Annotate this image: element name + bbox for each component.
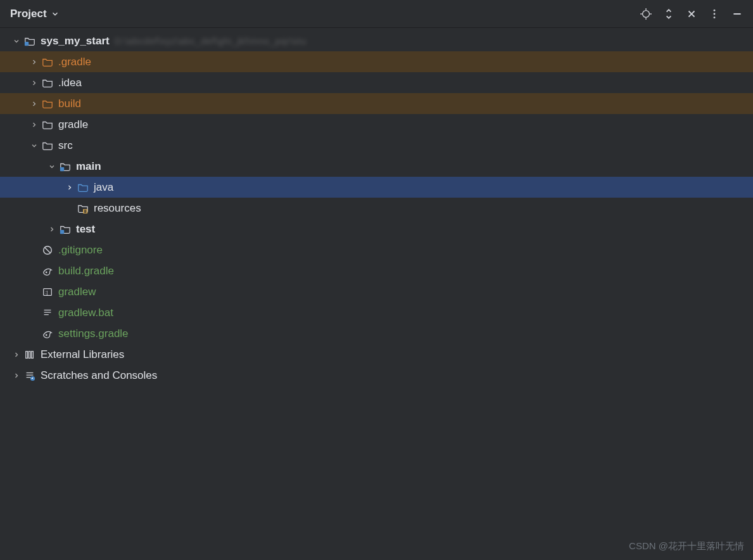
folder-icon — [41, 98, 54, 110]
ignore-file-icon — [41, 245, 54, 256]
svg-point-0 — [643, 10, 650, 17]
project-header: Project — [0, 0, 753, 28]
library-icon — [23, 349, 37, 360]
minimize-icon[interactable] — [731, 8, 743, 20]
module-folder-icon — [23, 35, 37, 47]
resources-folder-icon — [76, 203, 90, 214]
target-icon[interactable] — [640, 8, 652, 20]
svg-point-5 — [714, 9, 716, 11]
tree-node-gradle-excluded[interactable]: .gradle — [0, 51, 753, 72]
tree-node-label: gradle — [58, 118, 88, 131]
tree-node-test[interactable]: test — [0, 219, 753, 239]
svg-point-18 — [46, 272, 46, 272]
tree-node-label: settings.gradle — [58, 328, 129, 340]
tree-node-label: .gradle — [58, 56, 91, 68]
svg-rect-26 — [28, 351, 30, 358]
tree-node-label: resources — [94, 202, 141, 215]
tree-node-label: build — [58, 98, 81, 110]
svg-point-6 — [714, 13, 716, 15]
chevron-down-icon — [51, 10, 60, 18]
tree-node-build-gradle[interactable]: build.gradle — [0, 260, 753, 281]
svg-rect-15 — [60, 229, 64, 233]
gradle-file-icon — [41, 328, 54, 340]
close-icon[interactable] — [686, 8, 697, 20]
header-toolbar — [640, 8, 743, 20]
tree-node-label: sys_my_start — [41, 35, 110, 48]
project-tree: sys_my_start D:\abcdef\xyz\abc_def\ghi_j… — [0, 28, 753, 388]
tree-node-label: gradlew — [58, 286, 96, 298]
svg-point-7 — [714, 16, 716, 18]
svg-rect-10 — [60, 167, 64, 170]
text-file-icon — [41, 307, 54, 319]
svg-rect-27 — [32, 351, 34, 358]
tree-node-label: External Libraries — [41, 348, 124, 361]
tree-node-root[interactable]: sys_my_start D:\abcdef\xyz\abc_def\ghi_j… — [0, 30, 753, 51]
svg-point-24 — [46, 334, 46, 335]
chevron-right-icon[interactable] — [28, 58, 41, 66]
chevron-right-icon[interactable] — [28, 121, 41, 129]
tree-node-settings-gradle[interactable]: settings.gradle — [0, 323, 753, 344]
tree-node-build[interactable]: build — [0, 93, 753, 114]
chevron-down-icon[interactable] — [10, 37, 23, 45]
folder-icon — [41, 119, 54, 130]
scratch-icon — [23, 370, 37, 381]
module-folder-icon — [58, 224, 72, 235]
shell-file-icon: :] — [41, 286, 54, 298]
svg-text::]: :] — [45, 289, 47, 295]
tree-node-label: .idea — [58, 77, 82, 89]
tree-node-gradle-dir[interactable]: gradle — [0, 114, 753, 135]
svg-rect-9 — [25, 41, 28, 45]
tree-node-label: src — [58, 139, 73, 152]
folder-icon — [41, 77, 54, 89]
tree-node-src[interactable]: src — [0, 135, 753, 156]
watermark: CSDN @花开十里落叶无情 — [629, 540, 744, 552]
folder-icon — [41, 56, 54, 68]
project-title-dropdown[interactable]: Project — [10, 8, 60, 20]
chevron-right-icon[interactable] — [63, 184, 76, 191]
gradle-file-icon — [41, 265, 54, 277]
tree-node-resources[interactable]: resources — [0, 198, 753, 219]
tree-node-label: main — [76, 160, 101, 173]
module-folder-icon — [58, 161, 72, 172]
chevron-down-icon[interactable] — [46, 163, 58, 170]
tree-node-label: Scratches and Consoles — [41, 369, 157, 382]
tree-node-label: gradlew.bat — [58, 307, 113, 319]
tree-node-external-libraries[interactable]: External Libraries — [0, 344, 753, 365]
project-path-blurred: D:\abcdef\xyz\abc_def\ghi_jkl\mno_pqr\st… — [115, 35, 307, 46]
chevron-right-icon[interactable] — [46, 226, 58, 233]
tree-node-gradlew-bat[interactable]: gradlew.bat — [0, 302, 753, 323]
chevron-down-icon[interactable] — [28, 142, 41, 150]
chevron-right-icon[interactable] — [28, 100, 41, 108]
expand-collapse-icon[interactable] — [663, 8, 674, 20]
svg-line-17 — [45, 247, 51, 253]
chevron-right-icon[interactable] — [10, 351, 23, 359]
tree-node-main[interactable]: main — [0, 156, 753, 177]
project-title-label: Project — [10, 8, 47, 20]
source-folder-icon — [76, 182, 90, 193]
more-icon[interactable] — [709, 8, 720, 20]
chevron-right-icon[interactable] — [10, 372, 23, 379]
folder-icon — [41, 140, 54, 151]
tree-node-idea[interactable]: .idea — [0, 72, 753, 93]
tree-node-java[interactable]: java — [0, 177, 753, 198]
chevron-right-icon[interactable] — [28, 79, 41, 87]
svg-rect-25 — [26, 351, 28, 358]
tree-node-gradlew[interactable]: :] gradlew — [0, 281, 753, 302]
tree-node-label: .gitignore — [58, 244, 103, 257]
tree-node-label: java — [94, 181, 113, 194]
tree-node-label: test — [76, 223, 95, 236]
tree-node-gitignore[interactable]: .gitignore — [0, 239, 753, 260]
tree-node-label: build.gradle — [58, 265, 114, 277]
tree-node-scratches[interactable]: Scratches and Consoles — [0, 365, 753, 386]
